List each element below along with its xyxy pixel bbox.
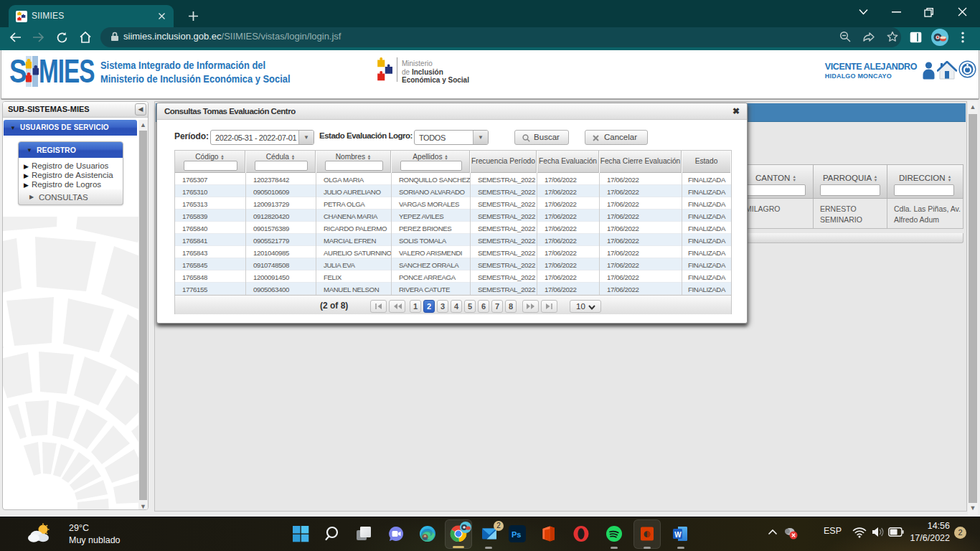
svg-text:Ps: Ps [512, 530, 521, 539]
svg-text:W: W [674, 531, 682, 539]
